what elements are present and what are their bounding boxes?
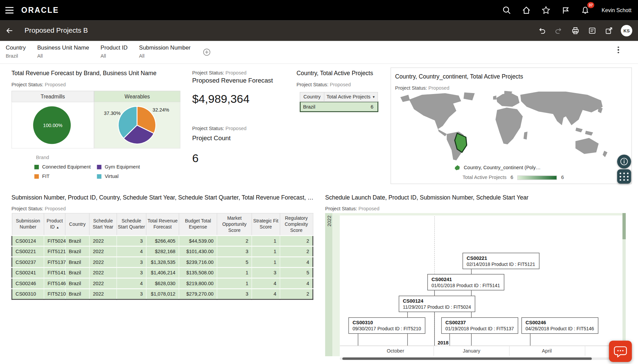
cell: FIT5141 <box>44 267 65 278</box>
filter-value: All <box>139 53 191 59</box>
announcements-button[interactable] <box>561 5 571 15</box>
timeline-viz-title: Schedule Launch Date, Product ID, Submis… <box>325 194 528 201</box>
column-header-product-id[interactable]: Product ID ▲ <box>44 213 65 236</box>
timeline-event-cs00237[interactable]: CS00237 01/19/2018 Product ID : FIT5137 <box>441 317 518 334</box>
cell: 4 <box>117 246 146 257</box>
column-header-budget-total-expense[interactable]: Budget Total Expense <box>179 213 217 236</box>
search-button[interactable] <box>502 5 512 15</box>
cell: $282,168 <box>146 246 179 257</box>
info-button[interactable] <box>617 155 631 169</box>
legend-item-fit[interactable]: FIT <box>34 174 97 179</box>
table-row[interactable]: CS00221 FIT5121 Brazil 2022 4 $282,168 $… <box>12 246 313 257</box>
cell: 4 <box>280 257 313 268</box>
table-row[interactable]: CS00246 FIT5146 Brazil 2022 4 $628,030 $… <box>12 278 313 289</box>
favorites-button[interactable] <box>541 5 551 15</box>
undo-button[interactable] <box>537 26 547 35</box>
filter-label: Product ID <box>100 44 127 51</box>
timeline-event-cs00241[interactable]: CS00241 01/01/2018 Product ID : FIT5141 <box>427 274 504 291</box>
scale-label: Total Active Projects <box>462 175 506 180</box>
country-table-title: Country, Total Active Projects <box>297 70 373 77</box>
event-detail: 02/14/2018 Product ID : FIT5121 <box>467 262 535 267</box>
country-table: Country Total Active Projects▼ Brazil 6 <box>300 92 378 112</box>
axis-month-january: January <box>455 348 488 354</box>
cell-total-active-projects: 6 <box>324 102 376 111</box>
horizontal-scrollbar-thumb[interactable] <box>342 358 592 360</box>
legend-item-virtual[interactable]: Virtual <box>97 174 162 179</box>
table-row[interactable]: CS00241 FIT5141 Brazil 2022 3 $1,406,214… <box>12 267 313 278</box>
pie-percent-label: 100.00% <box>12 123 94 128</box>
table-row[interactable]: CS00310 FIT5210 Brazil 2022 3 $1,078,012… <box>12 289 313 299</box>
cell: 1 <box>252 236 280 246</box>
cell: Brazil <box>65 278 90 289</box>
flag-icon <box>561 6 570 15</box>
map-legend-item[interactable]: Country, Country_continent (Poly… <box>454 165 541 171</box>
user-avatar[interactable]: KS <box>621 25 632 36</box>
export-button[interactable] <box>604 26 614 35</box>
home-button[interactable] <box>521 5 531 15</box>
user-name[interactable]: Kevin Schott <box>602 7 632 13</box>
column-header-strategic-fit-score[interactable]: Strategic Fit Score <box>252 213 280 236</box>
legend-label: FIT <box>42 174 50 179</box>
trellis-column-treadmills: Treadmills 100.00% <box>11 91 94 148</box>
chat-assistant-button[interactable] <box>609 341 632 362</box>
table-row[interactable]: CS00237 FIT5137 Brazil 2022 3 $1,328,535… <box>12 257 313 268</box>
notifications-button[interactable]: 37 <box>580 5 590 15</box>
cell: 3 <box>117 257 146 268</box>
back-button[interactable] <box>0 21 19 41</box>
column-header-schedule-start-year[interactable]: Schedule Start Year <box>89 213 116 236</box>
map-north-america[interactable] <box>409 93 461 129</box>
undo-icon <box>538 27 546 35</box>
legend-item-connected-equipment[interactable]: Connected Equipment <box>34 164 97 170</box>
legend-item-gym-equipment[interactable]: Gym Equipment <box>97 164 162 170</box>
table-row[interactable]: CS00124 FIT5024 Brazil 2022 3 $266,405 $… <box>12 236 313 246</box>
map-color-scale: Total Active Projects 6 6 <box>462 175 564 180</box>
timeline-event-cs00310[interactable]: CS00310 09/30/2017 Product ID : FIT5210 <box>348 317 425 334</box>
cell: 2022 <box>89 246 116 257</box>
redo-button[interactable] <box>554 26 564 35</box>
column-header-total-revenue-forecast[interactable]: Total Revenue Forecast <box>146 213 179 236</box>
filter-label: Country <box>6 44 26 51</box>
timeline-event-cs00124[interactable]: CS00124 11/29/2017 Product ID : FIT5024 <box>399 296 475 312</box>
cell: 2022 <box>89 278 116 289</box>
print-button[interactable] <box>571 26 580 35</box>
column-header-country[interactable]: Country <box>300 92 324 102</box>
chat-bubble-icon <box>613 345 627 357</box>
column-header-submission-number[interactable]: Submission Number <box>12 213 44 236</box>
filter-submission-number[interactable]: Submission Number All <box>139 44 191 59</box>
column-header-total-active-projects[interactable]: Total Active Projects▼ <box>324 92 378 102</box>
notes-icon <box>588 27 596 35</box>
column-header-schedule-start-quarter[interactable]: Schedule Start Quarter <box>117 213 146 236</box>
table-row-brazil[interactable]: Brazil 6 <box>300 101 378 112</box>
map-europe[interactable] <box>496 93 520 107</box>
trellis-header: Treadmills <box>11 91 94 102</box>
add-filter-button[interactable] <box>202 48 211 57</box>
pie-legend: Brand Connected Equipment Gym Equipment … <box>11 155 187 179</box>
column-header-market-opportunity-score[interactable]: Market Opportunity Score <box>217 213 252 236</box>
map-legend-label: Country, Country_continent (Poly… <box>464 165 541 171</box>
filter-product-id[interactable]: Product ID All <box>100 44 127 59</box>
cell: CS00124 <box>12 236 44 246</box>
hamburger-menu-button[interactable] <box>0 0 19 21</box>
notes-button[interactable] <box>587 26 597 35</box>
filter-label: Submission Number <box>139 44 191 51</box>
map-australia[interactable] <box>575 138 599 154</box>
timeline-viz-status: Project Status: Proposed <box>325 206 379 211</box>
map-africa[interactable] <box>495 108 523 144</box>
cell: $135,508.00 <box>179 267 217 278</box>
hamburger-icon <box>5 7 13 13</box>
timeline-event-cs00221[interactable]: CS00221 02/14/2018 Product ID : FIT5121 <box>462 253 539 269</box>
vertical-scrollbar-thumb[interactable] <box>622 213 626 239</box>
apps-grid-button[interactable] <box>617 169 631 183</box>
timeline-event-cs00246[interactable]: CS00246 04/26/2018 Product ID : FIT5146 <box>521 317 598 334</box>
canvas-menu-button[interactable] <box>614 45 622 55</box>
workbook-actions: KS <box>537 25 638 36</box>
trellis-column-wearables: Wearables 37.30% 32.24% <box>94 91 180 148</box>
scale-min: 6 <box>511 175 513 180</box>
filter-country[interactable]: Country Brazil <box>6 44 26 59</box>
cell: 2 <box>280 236 313 246</box>
filter-business-unit[interactable]: Business Unit Name All <box>37 44 89 59</box>
cell: 4 <box>280 278 313 289</box>
column-header-country[interactable]: Country <box>65 213 90 236</box>
column-header-regulatory-complexity-score[interactable]: Regulatory Complexity Score <box>280 213 313 236</box>
search-icon <box>502 6 511 15</box>
